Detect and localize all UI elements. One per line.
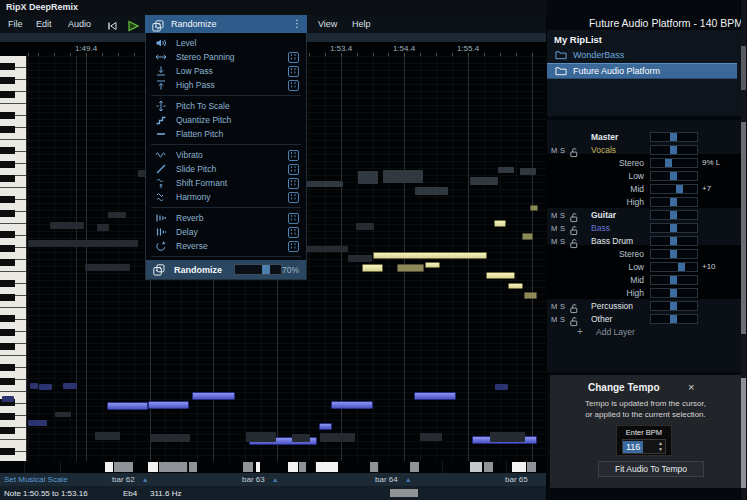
track-label[interactable]: Master [591, 132, 618, 142]
dice-icon[interactable] [288, 80, 299, 91]
low-slider[interactable] [650, 171, 698, 181]
menu-item-slide-pitch[interactable]: Slide Pitch [146, 162, 306, 176]
dice-icon[interactable] [288, 213, 299, 224]
piano-roll-note[interactable] [28, 240, 138, 247]
slider-thumb[interactable] [262, 265, 270, 274]
menu-audio[interactable]: Audio [68, 19, 91, 29]
menu-file[interactable]: File [8, 19, 23, 29]
bar-marker-icon[interactable]: ▲ [142, 476, 149, 483]
slider-thumb[interactable] [670, 172, 677, 180]
track-label[interactable]: Guitar [591, 210, 616, 220]
fit-audio-to-tempo-button[interactable]: Fit Audio To Tempo [598, 461, 704, 477]
piano-roll-note[interactable] [39, 384, 52, 390]
bpm-stepper[interactable]: ▲ ▼ [656, 441, 665, 452]
piano-roll-note[interactable] [520, 168, 536, 175]
percussion-block[interactable] [299, 462, 306, 472]
piano-roll-note[interactable] [55, 412, 71, 417]
slider-thumb[interactable] [670, 250, 677, 258]
solo-button[interactable]: S [560, 315, 565, 324]
slider-thumb[interactable] [678, 263, 685, 271]
percussion-block[interactable] [512, 462, 526, 472]
menu-item-reverse[interactable]: Reverse [146, 239, 306, 253]
bpm-input[interactable]: 116 ▲ ▼ [622, 439, 666, 454]
slider-thumb[interactable] [670, 133, 677, 141]
piano-roll-note[interactable] [148, 401, 189, 409]
bar-marker-icon[interactable]: ▲ [405, 476, 412, 483]
piano-roll-note[interactable] [319, 423, 332, 430]
piano-roll-note[interactable] [63, 383, 77, 389]
piano-roll-note[interactable] [498, 167, 514, 173]
slider-thumb[interactable] [670, 198, 677, 206]
mute-button[interactable]: M [551, 315, 557, 324]
piano-roll-note[interactable] [348, 255, 372, 262]
bass-drum-slider[interactable] [650, 236, 698, 246]
vocals-slider[interactable] [650, 145, 698, 155]
menu-item-stereo-panning[interactable]: Stereo Panning [146, 50, 306, 64]
percussion-block[interactable] [243, 462, 253, 472]
piano-roll-note[interactable] [97, 224, 109, 231]
piano-roll-note[interactable] [292, 434, 310, 442]
track-label[interactable]: Vocals [591, 145, 616, 155]
piano-roll-note[interactable] [108, 212, 126, 218]
mute-button[interactable]: M [551, 146, 557, 155]
piano-roll-note[interactable] [356, 223, 374, 230]
unlock-icon[interactable] [569, 313, 579, 324]
menu-view[interactable]: View [318, 19, 337, 29]
piano-roll-note[interactable] [508, 283, 523, 289]
add-layer-button[interactable]: +Add Layer [547, 325, 741, 338]
dice-icon[interactable] [288, 52, 299, 63]
bar-ruler[interactable]: Set Musical Scale bar 62▲bar 63▲bar 64▲b… [0, 473, 546, 486]
menu-item-reverb[interactable]: Reverb [146, 211, 306, 225]
percussion-block[interactable] [484, 462, 493, 472]
percussion-block[interactable] [370, 462, 378, 472]
other-slider[interactable] [650, 314, 698, 324]
menu-item-shift-formant[interactable]: Shift Formant [146, 176, 306, 190]
menu-item-high-pass[interactable]: High Pass [146, 78, 306, 92]
piano-roll-note[interactable] [95, 432, 120, 440]
dice-icon[interactable] [288, 192, 299, 203]
slider-thumb[interactable] [670, 289, 677, 297]
randomize-amount-slider[interactable] [234, 264, 282, 275]
guitar-slider[interactable] [650, 210, 698, 220]
piano-roll-note[interactable] [362, 264, 383, 272]
bar-marker-icon[interactable]: ▲ [272, 476, 279, 483]
riplist-item-future-audio-platform[interactable]: Future Audio Platform [547, 63, 737, 79]
percussion-block[interactable] [256, 462, 260, 472]
play-button[interactable] [127, 18, 139, 30]
piano-roll-note[interactable] [415, 187, 448, 195]
piano-roll-note[interactable] [28, 420, 47, 426]
percussion-block[interactable] [316, 462, 338, 472]
high-slider[interactable] [650, 288, 698, 298]
solo-button[interactable]: S [560, 237, 565, 246]
menu-item-quantize-pitch[interactable]: Quantize Pitch [146, 113, 306, 127]
set-musical-scale-link[interactable]: Set Musical Scale [4, 475, 68, 484]
piano-roll-note[interactable] [494, 220, 506, 227]
mute-button[interactable]: M [551, 224, 557, 233]
unlock-icon[interactable] [569, 209, 579, 220]
riplist-scrollbar-thumb[interactable] [741, 46, 746, 90]
slider-thumb[interactable] [670, 237, 677, 245]
percussion-slider[interactable] [650, 301, 698, 311]
unlock-icon[interactable] [569, 222, 579, 233]
mid-slider[interactable] [650, 275, 698, 285]
high-slider[interactable] [650, 197, 698, 207]
mixer-scrollbar-thumb[interactable] [741, 122, 746, 334]
menu-item-harmony[interactable]: Harmony [146, 190, 306, 204]
menu-help[interactable]: Help [352, 19, 371, 29]
unlock-icon[interactable] [569, 144, 579, 155]
randomize-dropdown[interactable]: Randomize ⋮ [145, 15, 307, 33]
skip-back-button[interactable] [106, 18, 118, 30]
menu-edit[interactable]: Edit [36, 19, 52, 29]
piano-roll-note[interactable] [320, 433, 355, 442]
piano-roll-note[interactable] [383, 170, 423, 183]
stereo-slider[interactable] [650, 158, 698, 168]
slider-thumb[interactable] [670, 146, 677, 154]
piano-roll-note[interactable] [50, 222, 84, 229]
piano-roll-note[interactable] [150, 434, 190, 442]
menu-item-randomize[interactable]: Randomize70% [146, 260, 306, 279]
slider-thumb[interactable] [676, 185, 683, 193]
solo-button[interactable]: S [560, 302, 565, 311]
slider-thumb[interactable] [665, 159, 672, 167]
mute-button[interactable]: M [551, 302, 557, 311]
stereo-slider[interactable] [650, 249, 698, 259]
